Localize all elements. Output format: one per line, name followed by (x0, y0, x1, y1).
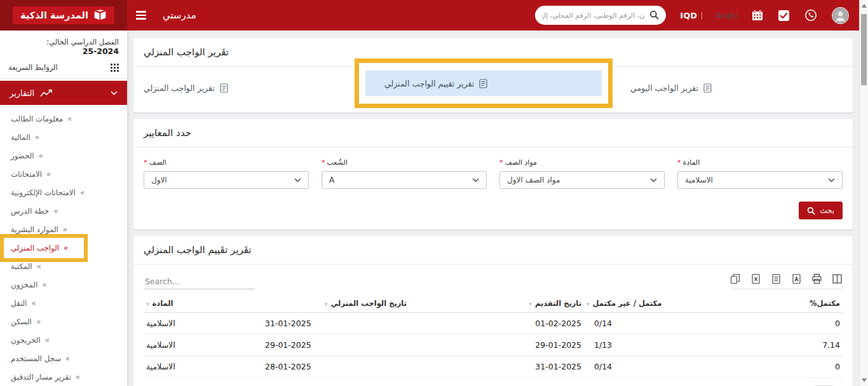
subject-select[interactable]: الاسلامية (677, 171, 843, 189)
hamburger-menu-icon[interactable] (136, 11, 146, 19)
sidebar-item-finance[interactable]: المالية« (0, 128, 127, 146)
col-complete-incomplete[interactable]: ▾مكتمل / غير مكتمل (584, 294, 738, 313)
sort-icon: ▾ (529, 301, 532, 307)
global-search-input[interactable] (535, 6, 666, 25)
language-selector[interactable]: Arabic (716, 11, 737, 20)
field-class: *الصف الاول (144, 158, 309, 189)
quick-links[interactable]: الروابط السريعة (8, 63, 119, 72)
print-icon[interactable] (811, 273, 822, 284)
user-avatar[interactable] (832, 7, 849, 24)
class-select[interactable]: الاول (144, 171, 309, 189)
export-pdf-icon[interactable] (791, 273, 802, 284)
semester-value: 25-2024 (83, 46, 119, 56)
tab-homework-evaluation-report[interactable]: تقرير تقييم الواجب المنزلي (365, 71, 602, 96)
global-search (535, 6, 666, 25)
sidebar: الفصل الدراسي الحالي: 25-2024 الروابط ال… (0, 31, 127, 386)
field-subject: *المادة الاسلامية (677, 158, 843, 189)
field-class-subjects: *مواد الصف مواد الصف الاول (499, 158, 665, 189)
table-row[interactable]: الاسلامية 28-01-2025 31-01-2025 0/14 0 (144, 356, 843, 378)
chart-icon (40, 88, 54, 97)
copy-icon[interactable] (730, 273, 741, 284)
table-header-row: ▾المادة ▾تاريخ الواجب المنزلي ▾تاريخ الت… (144, 294, 843, 313)
col-percent-complete: %مكتمل (738, 294, 843, 313)
calendar-icon[interactable] (751, 9, 764, 22)
required-marker: * (322, 158, 325, 167)
chevrons-icon: « (46, 170, 51, 179)
logo-text: المدرسة الذكية (20, 10, 88, 20)
homework-evaluation-table: ▾المادة ▾تاريخ الواجب المنزلي ▾تاريخ الت… (144, 294, 843, 378)
column-visibility-icon[interactable] (832, 273, 843, 284)
field-section: *الشُعب A (322, 158, 487, 189)
sidebar-item-lesson-plan[interactable]: خطة الدرس« (0, 202, 127, 220)
document-icon (479, 79, 487, 88)
chevrons-icon: « (80, 188, 85, 197)
tab-daily-homework-report[interactable]: تقرير الواجب اليومي (630, 83, 712, 93)
col-subject[interactable]: ▾المادة (144, 294, 234, 313)
sidebar-item-student-info[interactable]: معلومات الطالب« (0, 109, 127, 128)
sidebar-item-alumni[interactable]: الخريجون« (0, 331, 127, 349)
current-semester: الفصل الدراسي الحالي: 25-2024 (8, 38, 119, 56)
annotation-highlight-box: تقرير تقييم الواجب المنزلي (355, 59, 613, 108)
scroll-down-icon[interactable] (862, 378, 867, 382)
criteria-fields: *الصف الاول *الشُعب A *مواد الصف مواد ال… (133, 148, 853, 191)
sidebar-item-attendance[interactable]: الحضور« (0, 146, 127, 165)
chevrons-icon: « (67, 114, 72, 123)
sidebar-item-housing[interactable]: السكن« (0, 312, 127, 331)
sidebar-item-exams[interactable]: الامتحانات« (0, 165, 127, 183)
chevron-down-icon (294, 178, 301, 183)
chevrons-icon: « (35, 133, 39, 142)
document-icon (703, 83, 712, 93)
sidebar-item-user-log[interactable]: سجل المستخدم« (0, 349, 127, 368)
sidebar-item-homework[interactable]: الواجب المنزلي« (0, 238, 127, 257)
required-marker: * (677, 158, 681, 167)
chevrons-icon: « (64, 244, 68, 252)
chevron-down-icon (111, 91, 118, 95)
col-submission-date[interactable]: ▾تاريخ التقديم (409, 294, 584, 313)
class-subjects-select[interactable]: مواد الصف الاول (499, 171, 665, 189)
sidebar-item-hr[interactable]: الموارد البشرية« (0, 220, 127, 238)
sidebar-item-audit-trail[interactable]: تقرير مسار التدقيق« (0, 368, 127, 386)
table-row[interactable]: الاسلامية 29-01-2025 29-01-2025 1/13 7.1… (144, 334, 843, 356)
chevrons-icon: « (76, 373, 80, 382)
app-title: مدرستي (163, 10, 196, 21)
report-type-tabs: تقرير الواجب المنزلي تقرير تقييم الواجب … (133, 67, 853, 113)
table-search-input[interactable] (144, 274, 255, 289)
main-content: تقَرير الواجب المنزلي تقرير الواجب المنز… (127, 31, 859, 386)
report-tabs-card: تقَرير الواجب المنزلي تقرير الواجب المنز… (133, 38, 853, 113)
sidebar-item-library[interactable]: المكتبة« (0, 257, 127, 275)
chevrons-icon: « (39, 151, 43, 160)
whatsapp-icon[interactable] (804, 8, 818, 22)
search-icon (649, 10, 659, 22)
scroll-up-icon[interactable] (862, 4, 867, 8)
tasks-check-icon[interactable] (778, 10, 790, 22)
chevrons-icon: « (37, 262, 41, 271)
currency-selector[interactable]: IQD (680, 11, 702, 20)
criteria-card: حدد المعايير *الصف الاول *الشُعب A *مواد… (133, 119, 853, 230)
section-select[interactable]: A (322, 171, 487, 189)
chevrons-icon: « (36, 317, 41, 326)
vertical-scrollbar[interactable] (859, 0, 868, 386)
sidebar-item-e-exams[interactable]: الامتحانات الإلكترونية« (0, 183, 127, 202)
results-title: تقَرير تقَييم الواجب المنزلي (133, 236, 853, 265)
sidebar-top: الفصل الدراسي الحالي: 25-2024 الروابط ال… (0, 31, 127, 79)
chevrons-icon: « (65, 354, 70, 363)
sort-icon: ▾ (587, 301, 590, 307)
grid-icon (111, 64, 119, 72)
divider (702, 12, 702, 19)
export-excel-icon[interactable] (750, 273, 761, 284)
chevron-down-icon (828, 178, 835, 183)
scrollbar-thumb[interactable] (861, 14, 867, 85)
logo[interactable]: المدرسة الذكية (0, 0, 127, 31)
sidebar-item-transport[interactable]: النقل« (0, 294, 127, 312)
tab-homework-report[interactable]: تقرير الواجب المنزلي (144, 83, 228, 93)
sidebar-item-inventory[interactable]: المخزون« (0, 275, 127, 294)
search-button[interactable]: بحث (799, 202, 843, 219)
col-homework-date[interactable]: ▾تاريخ الواجب المنزلي (234, 294, 409, 313)
book-logo-icon (93, 10, 107, 21)
required-marker: * (144, 158, 147, 167)
export-csv-icon[interactable] (771, 273, 782, 284)
sidebar-section-reports[interactable]: التقارير (0, 81, 127, 105)
search-icon (807, 207, 815, 215)
table-row[interactable]: الاسلامية 31-01-2025 01-02-2025 0/14 0 (144, 313, 843, 334)
chevrons-icon: « (63, 225, 67, 234)
